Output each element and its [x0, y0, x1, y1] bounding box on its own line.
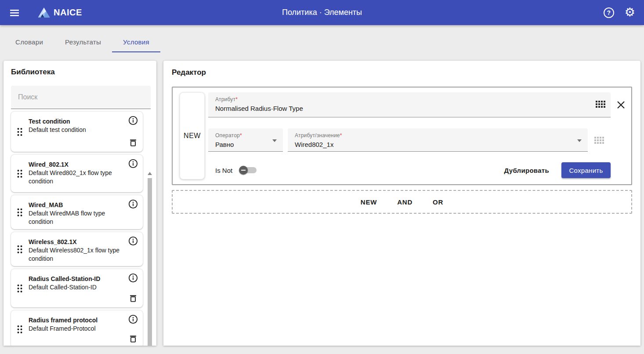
top-bar-actions: ? ⚙: [604, 7, 635, 18]
value-select[interactable]: Атрибут/значение* Wired802_1x: [288, 128, 588, 152]
page-title: Политика · Элементы: [0, 8, 644, 17]
hamburger-icon: [9, 7, 20, 18]
chevron-down-icon: [577, 139, 582, 142]
tab-conditions[interactable]: Условия: [112, 38, 160, 52]
attribute-field[interactable]: Атрибут* Normalised Radius·Flow Type: [208, 92, 611, 117]
app-logo-icon: [37, 7, 51, 19]
value-value: Wired802_1x: [295, 141, 581, 148]
add-condition-zone: NEW AND OR: [172, 190, 632, 214]
info-icon[interactable]: [128, 273, 138, 283]
info-icon[interactable]: [128, 159, 138, 168]
content-area: Библиотека Test condition Default: [0, 52, 644, 346]
operator-value: Равно: [215, 141, 276, 148]
drag-handle-icon[interactable]: [11, 269, 29, 307]
required-asterisk: *: [340, 132, 342, 139]
item-description: Default Wired802_1x flow type condition: [29, 169, 123, 186]
list-item[interactable]: Radius Called-Station-ID Default Called-…: [11, 269, 143, 307]
list-item[interactable]: Wired_MAB Default WiredMAB flow type con…: [11, 195, 143, 229]
editor-title: Редактор: [172, 68, 632, 77]
add-and-button[interactable]: AND: [394, 196, 416, 208]
list-item[interactable]: Wired_802.1X Default Wired802_1x flow ty…: [11, 154, 143, 192]
info-icon[interactable]: [128, 199, 138, 209]
value-picker-grid-icon[interactable]: [594, 137, 604, 144]
item-title: Radius Called-Station-ID: [29, 275, 123, 283]
list-item[interactable]: Radius framed protocol Default Framed-Pr…: [11, 310, 143, 346]
help-icon[interactable]: ?: [604, 7, 614, 18]
delete-icon[interactable]: [128, 334, 138, 344]
item-description: Default Framed-Protocol: [29, 325, 123, 333]
drag-handle-icon[interactable]: [11, 155, 29, 192]
tab-dictionaries[interactable]: Словари: [4, 38, 54, 52]
item-description: Default test condition: [29, 126, 123, 134]
list-item[interactable]: Test condition Default test condition: [11, 111, 143, 152]
duplicate-button[interactable]: Дублировать: [500, 163, 554, 178]
library-scrollbar[interactable]: [147, 171, 152, 346]
info-icon[interactable]: [128, 116, 138, 125]
value-label: Атрибут/значение: [295, 132, 340, 139]
item-title: Wireless_802.1X: [29, 238, 123, 246]
drag-handle-icon[interactable]: [11, 232, 29, 266]
item-title: Test condition: [29, 117, 123, 126]
drag-handle-icon[interactable]: [11, 310, 29, 346]
item-description: Default Called-Station-ID: [29, 283, 123, 292]
app-logo: NAICE: [37, 7, 82, 19]
info-icon[interactable]: [128, 236, 138, 246]
item-description: Default WiredMAB flow type condition: [29, 209, 123, 226]
close-icon[interactable]: [617, 101, 625, 109]
library-list: Test condition Default test condition: [11, 111, 143, 346]
is-not-toggle[interactable]: [239, 166, 257, 175]
operator-select[interactable]: Оператор* Равно: [208, 128, 283, 152]
search-input[interactable]: [18, 93, 144, 101]
add-or-button[interactable]: OR: [429, 196, 447, 208]
app-root: NAICE Политика · Элементы ? ⚙ Словари Ре…: [0, 0, 644, 354]
tab-bar: Словари Результаты Условия: [0, 25, 644, 52]
required-asterisk: *: [235, 96, 238, 102]
app-name: NAICE: [54, 7, 82, 18]
is-not-label: Is Not: [215, 167, 232, 174]
toggle-thumb-minus-icon: [239, 166, 248, 175]
editor-panel: Редактор NEW Атрибут* Normalised Radius·…: [163, 61, 640, 346]
drag-handle-icon[interactable]: [11, 195, 29, 229]
top-bar: NAICE Политика · Элементы ? ⚙: [0, 0, 644, 25]
condition-new-badge: NEW: [180, 92, 205, 179]
chevron-down-icon: [272, 139, 277, 142]
attribute-picker-grid-icon[interactable]: [596, 101, 605, 108]
required-asterisk: *: [240, 132, 242, 139]
library-title: Библиотека: [11, 68, 149, 77]
item-title: Radius framed protocol: [29, 316, 123, 325]
menu-icon[interactable]: [9, 7, 20, 18]
library-panel: Библиотека Test condition Default: [4, 61, 156, 346]
attribute-label: Атрибут: [215, 96, 235, 102]
list-item[interactable]: Wireless_802.1X Default Wireless802_1x f…: [11, 232, 143, 266]
settings-gear-icon[interactable]: ⚙: [625, 7, 635, 18]
condition-editor-card: NEW Атрибут* Normalised Radius·Flow Type: [172, 87, 632, 185]
item-title: Wired_802.1X: [29, 161, 123, 169]
delete-icon[interactable]: [128, 138, 138, 148]
scroll-up-arrow-icon[interactable]: [148, 172, 152, 175]
item-title: Wired_MAB: [29, 201, 123, 209]
item-description: Default Wireless802_1x flow type conditi…: [29, 246, 123, 263]
drag-handle-icon[interactable]: [11, 112, 29, 152]
add-new-button[interactable]: NEW: [357, 196, 380, 208]
info-icon[interactable]: [128, 314, 138, 324]
library-search[interactable]: [11, 86, 151, 109]
attribute-value: Normalised Radius·Flow Type: [215, 105, 604, 112]
tab-results[interactable]: Результаты: [54, 38, 112, 52]
delete-icon[interactable]: [128, 294, 138, 303]
scrollbar-thumb[interactable]: [148, 178, 152, 346]
save-button[interactable]: Сохранить: [561, 162, 611, 178]
operator-label: Оператор: [215, 132, 240, 139]
